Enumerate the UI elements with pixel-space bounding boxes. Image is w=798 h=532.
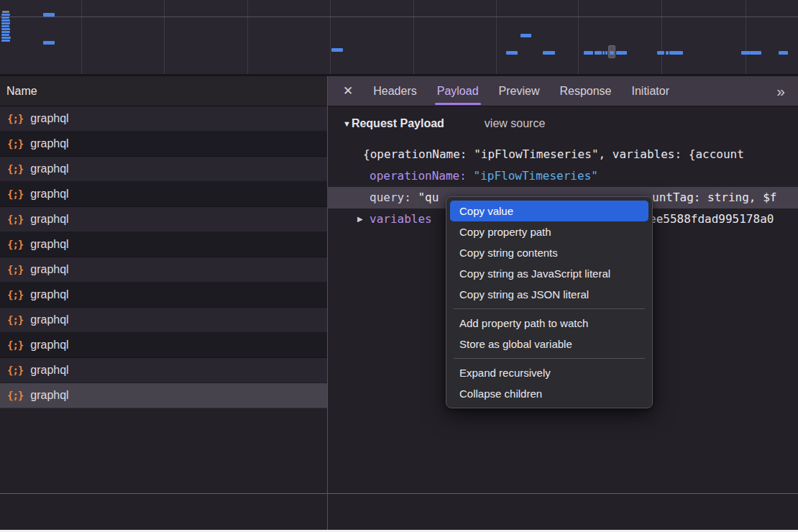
- json-string-value: "ipFlowTimeseries": [474, 169, 598, 183]
- expand-arrow-icon[interactable]: ▶: [357, 208, 363, 230]
- json-request-icon: {;}: [7, 239, 23, 250]
- waterfall-bar: [543, 51, 555, 55]
- menu-item-expand-recursively[interactable]: Expand recursively: [446, 362, 652, 383]
- request-name: graphql: [30, 288, 68, 301]
- tabs-host: HeadersPayloadPreviewResponseInitiator: [373, 76, 669, 106]
- object-preview-text: {operationName: "ipFlowTimeseries", vari…: [363, 147, 744, 161]
- tab-payload[interactable]: Payload: [437, 76, 479, 106]
- timeline-gridline: [81, 0, 82, 74]
- timeline-gray-tick: [2, 11, 9, 13]
- request-name: graphql: [30, 213, 68, 226]
- menu-separator: [454, 308, 645, 309]
- menu-item-copy-string-as-json-literal[interactable]: Copy string as JSON literal: [446, 284, 652, 305]
- request-name: graphql: [30, 112, 68, 125]
- menu-separator: [454, 358, 645, 359]
- json-request-icon: {;}: [7, 289, 23, 301]
- close-details-icon[interactable]: ✕: [343, 83, 353, 98]
- menu-item-copy-string-contents[interactable]: Copy string contents: [446, 242, 652, 263]
- menu-item-store-as-global-variable[interactable]: Store as global variable: [446, 334, 652, 354]
- waterfall-bar: [43, 41, 55, 45]
- request-row[interactable]: {;}graphql: [0, 358, 327, 383]
- waterfall-bar: [1, 40, 10, 42]
- request-row[interactable]: {;}graphql: [0, 132, 327, 157]
- json-request-icon: {;}: [7, 390, 23, 401]
- json-request-icon: {;}: [7, 314, 23, 326]
- timeline-gridline: [413, 0, 414, 74]
- json-string-continuation: untTag: string, $f: [652, 187, 776, 208]
- waterfall-bar: [1, 22, 10, 24]
- request-row[interactable]: {;}graphql: [0, 207, 327, 232]
- waterfall-bar: [1, 31, 10, 33]
- waterfall-bar: [605, 51, 607, 55]
- context-menu: Copy valueCopy property pathCopy string …: [446, 196, 653, 408]
- name-column-header[interactable]: Name: [0, 76, 327, 106]
- request-row[interactable]: {;}graphql: [0, 182, 327, 207]
- request-row[interactable]: {;}graphql: [0, 283, 327, 308]
- request-name: graphql: [30, 188, 68, 201]
- request-name: graphql: [30, 137, 68, 150]
- tab-headers[interactable]: Headers: [373, 76, 416, 106]
- network-overview-timeline[interactable]: [0, 0, 798, 76]
- payload-row-operation-name[interactable]: operationName: "ipFlowTimeseries": [370, 165, 598, 187]
- menu-item-copy-property-path[interactable]: Copy property path: [446, 221, 652, 242]
- request-row[interactable]: {;}graphql: [0, 257, 327, 283]
- waterfall-bar: [669, 51, 683, 55]
- panel-divider[interactable]: [327, 76, 328, 530]
- tab-initiator[interactable]: Initiator: [632, 76, 669, 106]
- waterfall-bar: [584, 51, 593, 55]
- menu-item-copy-string-as-javascript-literal[interactable]: Copy string as JavaScript literal: [446, 263, 652, 284]
- request-row[interactable]: {;}graphql: [0, 232, 327, 257]
- collapse-triangle-icon[interactable]: ▼: [343, 119, 351, 128]
- request-list: {;}graphql{;}graphql{;}graphql{;}graphql…: [0, 106, 327, 408]
- waterfall-bar: [506, 51, 518, 55]
- request-name: graphql: [30, 162, 68, 175]
- menu-item-collapse-children[interactable]: Collapse children: [446, 383, 652, 404]
- menu-item-copy-value[interactable]: Copy value: [450, 201, 648, 221]
- request-name: graphql: [30, 364, 68, 377]
- json-request-icon: {;}: [7, 188, 23, 200]
- request-row[interactable]: {;}graphql: [0, 333, 327, 358]
- menu-item-add-property-path-to-watch[interactable]: Add property path to watch: [446, 313, 652, 334]
- request-row[interactable]: {;}graphql: [0, 308, 327, 333]
- json-request-icon: {;}: [7, 364, 23, 376]
- view-source-link[interactable]: view source: [485, 117, 545, 129]
- json-request-icon: {;}: [7, 138, 23, 150]
- json-key: variables: [370, 212, 432, 226]
- waterfall-bar: [43, 13, 55, 17]
- json-string-start: "qu: [418, 191, 439, 204]
- waterfall-bar: [1, 17, 9, 19]
- request-row[interactable]: {;}graphql: [0, 157, 327, 182]
- json-key: operationName:: [370, 169, 467, 183]
- request-name: graphql: [30, 389, 68, 402]
- waterfall-bar: [610, 51, 614, 55]
- waterfall-bar: [779, 51, 788, 55]
- timeline-gridline: [661, 0, 662, 74]
- timeline-gridline: [247, 0, 248, 74]
- waterfall-bar: [1, 19, 10, 22]
- json-request-icon: {;}: [7, 264, 23, 275]
- request-payload-title: Request Payload: [352, 117, 444, 129]
- json-request-icon: {;}: [7, 113, 23, 124]
- payload-row-preview[interactable]: ▼ {operationName: "ipFlowTimeseries", va…: [363, 144, 798, 165]
- timeline-gridline: [330, 0, 331, 74]
- waterfall-bar: [741, 51, 750, 55]
- request-name: graphql: [30, 263, 68, 276]
- footer-divider: [0, 493, 798, 494]
- timeline-gridline: [164, 0, 165, 74]
- timeline-gridline: [746, 0, 746, 74]
- request-payload-header[interactable]: ▼Request Payloadview source: [343, 117, 545, 130]
- devtools-network-panel: Name ✕ HeadersPayloadPreviewResponseInit…: [0, 0, 798, 532]
- waterfall-bar: [666, 51, 669, 55]
- waterfall-bar: [1, 25, 9, 27]
- request-row[interactable]: {;}graphql: [0, 106, 327, 132]
- tab-response[interactable]: Response: [559, 76, 611, 106]
- request-name: graphql: [30, 339, 68, 352]
- json-key: query:: [370, 191, 411, 204]
- more-tabs-icon[interactable]: »: [776, 83, 784, 100]
- tab-preview[interactable]: Preview: [499, 76, 540, 106]
- request-row[interactable]: {;}graphql: [0, 383, 327, 408]
- waterfall-bar: [1, 34, 9, 36]
- waterfall-bar: [602, 51, 605, 55]
- waterfall-bar: [1, 28, 10, 30]
- details-tabbar: ✕ HeadersPayloadPreviewResponseInitiator…: [327, 76, 798, 106]
